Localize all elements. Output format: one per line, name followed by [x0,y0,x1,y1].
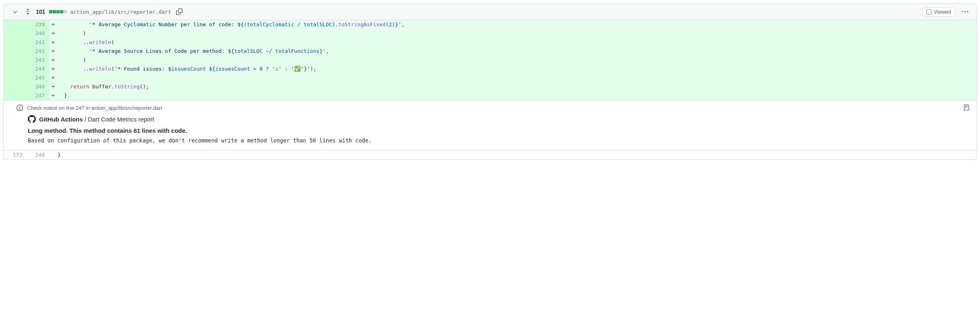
line-number-old[interactable] [4,73,26,82]
github-icon [28,115,36,123]
diff-table: 239+ '* Average Cyclomatic Number per li… [4,20,976,100]
diff-line[interactable]: 246+ return buffer.toString(); [4,82,976,91]
diff-line[interactable]: 242+ '* Average Source Lines of Code per… [4,47,976,56]
file-header-actions: Viewed [922,7,970,17]
line-number-new[interactable]: 246 [26,82,49,91]
info-icon [17,105,23,111]
file-more-button[interactable] [960,7,970,17]
diff-line[interactable]: 244+ ..writeln('* Found issues: $issuesC… [4,65,976,73]
annotation-location: Check notice on line 247 in action_app/l… [27,105,162,111]
diff-marker: + [49,38,58,47]
line-number-new[interactable]: 242 [26,47,49,56]
line-number-old[interactable] [4,82,26,91]
chevron-down-icon [12,8,18,15]
diff-bar-added [56,10,60,13]
diff-bar-neutral [64,10,67,13]
line-number-new[interactable]: 248 [26,151,49,159]
line-number-old[interactable]: 173 [4,151,26,159]
diff-line[interactable]: 245+ [4,73,976,82]
line-number-old[interactable] [4,65,26,73]
checklist-icon [963,105,970,111]
diff-marker: + [49,65,58,73]
code-content: '* Average Source Lines of Code per meth… [58,47,976,56]
viewed-checkbox[interactable] [926,9,932,15]
diff-marker: + [49,29,58,38]
annotation-source-detail: Dart Code Metrics report [88,116,154,123]
annotation-source-text: GitHub Actions / Dart Code Metrics repor… [39,116,154,123]
diff-marker: + [49,20,58,29]
diff-bar-added [60,10,63,13]
code-content: ) [58,56,976,65]
line-number-new[interactable]: 239 [26,20,49,29]
line-number-old[interactable] [4,56,26,65]
diff-stat-bar [49,10,67,13]
kebab-icon [962,8,968,15]
code-content [58,73,976,82]
line-number-new[interactable]: 240 [26,29,49,38]
diff-line[interactable]: 247+ } [4,91,976,100]
code-content: ..writeln('* Found issues: $issuesCount … [58,65,976,73]
code-content: } [58,91,976,100]
diff-line-count: 101 [36,8,45,15]
file-header-info: 101 action_app/lib/src/reporter.dart [10,7,184,17]
diff-line[interactable]: 173248} [4,151,976,159]
diff-marker: + [49,73,58,82]
diff-marker: + [49,82,58,91]
annotation-source: GitHub Actions / Dart Code Metrics repor… [28,115,970,123]
line-number-new[interactable]: 243 [26,56,49,65]
line-number-new[interactable]: 241 [26,38,49,47]
copy-icon [176,8,183,15]
code-content: '* Average Cyclomatic Number per line of… [58,20,976,29]
toggle-file-button[interactable] [10,7,20,17]
diff-marker [49,151,58,159]
diff-line[interactable]: 239+ '* Average Cyclomatic Number per li… [4,20,976,29]
line-number-old[interactable] [4,20,26,29]
code-content: } [58,151,976,159]
annotation-source-name: GitHub Actions [39,116,83,123]
annotation-title: Long method. This method contains 61 lin… [28,127,970,134]
code-content: ) [58,29,976,38]
diff-marker: + [49,47,58,56]
code-content: ..writeln( [58,38,976,47]
line-number-new[interactable]: 245 [26,73,49,82]
annotation-body: GitHub Actions / Dart Code Metrics repor… [4,113,976,150]
diff-marker: + [49,56,58,65]
copy-path-button[interactable] [174,7,184,17]
code-content: return buffer.toString(); [58,82,976,91]
diff-line[interactable]: 241+ ..writeln( [4,38,976,47]
line-number-old[interactable] [4,29,26,38]
diff-line[interactable]: 243+ ) [4,56,976,65]
line-number-new[interactable]: 247 [26,91,49,100]
line-number-old[interactable] [4,91,26,100]
diff-bar-added [53,10,56,13]
line-number-new[interactable]: 244 [26,65,49,73]
file-header: 101 action_app/lib/src/reporter.dart Vie… [4,4,976,20]
annotation-resolve-button[interactable] [963,105,970,111]
check-annotation: Check notice on line 247 in action_app/l… [4,100,976,151]
diff-table-post: 173248} [4,151,976,159]
expand-all-button[interactable] [23,7,33,17]
viewed-toggle[interactable]: Viewed [922,7,955,17]
annotation-header: Check notice on line 247 in action_app/l… [4,100,976,113]
file-diff-container: 101 action_app/lib/src/reporter.dart Vie… [3,3,977,160]
annotation-description: Based on configuration of this package, … [28,137,970,144]
line-number-old[interactable] [4,38,26,47]
unfold-icon [25,8,31,15]
diff-marker: + [49,91,58,100]
diff-line[interactable]: 240+ ) [4,29,976,38]
file-path[interactable]: action_app/lib/src/reporter.dart [70,9,171,15]
annotation-header-left: Check notice on line 247 in action_app/l… [17,105,162,111]
annotation-source-sep: / [83,116,88,123]
diff-bar-added [49,10,52,13]
viewed-label: Viewed [934,9,951,15]
line-number-old[interactable] [4,47,26,56]
